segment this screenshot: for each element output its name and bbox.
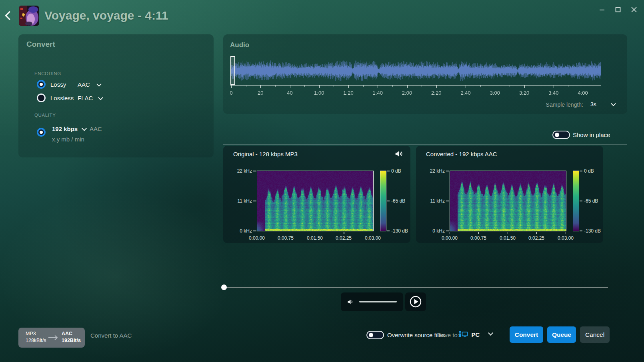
timeline-tick-label: 3:00 xyxy=(490,90,500,96)
badge-from-bitrate: 128kBit/s xyxy=(26,338,46,343)
chevron-down-icon xyxy=(96,82,102,87)
db-tick-label: 0 dB xyxy=(584,168,606,174)
speaker-icon[interactable] xyxy=(346,298,355,308)
original-spectrogram-plot xyxy=(257,171,374,231)
maximize-icon xyxy=(615,7,621,14)
lossless-codec-dropdown[interactable]: FLAC xyxy=(78,95,102,101)
freq-tick-label: 11 kHz xyxy=(232,198,252,204)
maximize-button[interactable] xyxy=(612,5,624,16)
timeline-tick-label: 2:20 xyxy=(431,90,441,96)
chevron-down-icon xyxy=(488,330,493,336)
time-tick-label: 0:00.75 xyxy=(466,235,491,241)
timeline-major-ticks xyxy=(231,85,584,88)
converted-spectrogram-plot xyxy=(450,171,566,231)
time-tick-label: 0:03.00 xyxy=(553,235,578,241)
time-tick-label: 0:01.50 xyxy=(302,235,328,241)
time-tick-label: 0:00.00 xyxy=(244,235,270,241)
time-tick-label: 0:00.75 xyxy=(273,235,298,241)
quality-radio[interactable] xyxy=(37,128,46,137)
bitrate-dropdown[interactable]: 192 kbps xyxy=(52,125,86,132)
badge-to-format: AAC xyxy=(62,331,72,336)
db-tick-label: -130 dB xyxy=(584,228,606,234)
minimize-button[interactable] xyxy=(596,5,608,16)
timeline-tick-label: 3:40 xyxy=(548,90,558,96)
back-button[interactable] xyxy=(2,10,14,22)
quality-section-label: QUALITY xyxy=(34,113,56,117)
play-button[interactable] xyxy=(405,292,426,311)
sample-length-dropdown[interactable]: 3s xyxy=(590,101,615,107)
encoding-section-label: ENCODING xyxy=(34,71,61,76)
converted-title: Converted - 192 kbps AAC xyxy=(426,151,497,157)
conversion-badge: MP3 128kBit/s AAC 192Bit/s xyxy=(18,328,85,348)
timeline-tick-label: 3:20 xyxy=(519,90,529,96)
waveform[interactable] xyxy=(230,57,601,85)
time-tick-label: 0:02.25 xyxy=(524,235,549,241)
chevron-down-icon xyxy=(82,126,87,131)
timeline-tick-label: 4:00 xyxy=(578,90,588,96)
page-title: Voyage, voyage - 4:11 xyxy=(44,9,168,22)
timeline-tick-label: 2:00 xyxy=(402,90,412,96)
time-tick-label: 0:03.00 xyxy=(360,235,386,241)
close-button[interactable] xyxy=(628,5,640,16)
timeline-labels: 020401:001:201:402:002:202:403:003:203:4… xyxy=(231,90,591,96)
timeline-tick-label: 20 xyxy=(258,90,263,96)
db-tick-label: -65 dB xyxy=(391,198,413,204)
badge-from-format: MP3 xyxy=(26,331,36,336)
pc-icon xyxy=(458,330,470,337)
overwrite-label: Overwrite source files xyxy=(387,332,445,338)
sample-selection-handle[interactable] xyxy=(230,56,235,85)
db-colorbar xyxy=(573,171,579,231)
volume-control xyxy=(341,292,403,311)
quality-size-estimate: x.y mb / min xyxy=(52,136,84,143)
freq-tick-label: 22 kHz xyxy=(232,168,252,174)
seek-bar[interactable] xyxy=(224,287,608,288)
save-to-label: Save to: xyxy=(437,332,459,338)
time-tick-label: 0:02.25 xyxy=(331,235,356,241)
app-window: Voyage, voyage - 4:11 Convert ENCODING L… xyxy=(0,0,644,362)
chevron-down-icon xyxy=(98,95,103,100)
speaker-icon[interactable] xyxy=(394,149,403,160)
freq-tick-label: 0 kHz xyxy=(232,228,252,234)
cancel-button[interactable]: Cancel xyxy=(580,326,610,343)
freq-tick-label: 11 kHz xyxy=(425,198,445,204)
lossy-codec-dropdown[interactable]: AAC xyxy=(78,81,101,88)
save-target-value: PC xyxy=(471,331,480,338)
freq-tick-label: 22 kHz xyxy=(425,168,445,174)
convert-panel: Convert ENCODING Lossy AAC Lossless FLAC… xyxy=(18,34,214,157)
seek-handle[interactable] xyxy=(221,284,227,290)
audio-panel-title: Audio xyxy=(230,41,249,49)
original-spectrogram-panel: Original - 128 kbps MP3 22 kHz 11 kHz 0 … xyxy=(223,146,410,243)
db-tick-label: -65 dB xyxy=(584,198,606,204)
save-target-dropdown[interactable]: PC xyxy=(458,330,492,339)
timeline-tick-label: 1:20 xyxy=(343,90,353,96)
show-in-place-toggle[interactable] xyxy=(552,131,570,139)
lossy-label: Lossy xyxy=(50,81,66,88)
lossless-radio[interactable] xyxy=(37,93,46,102)
timeline-tick-label: 1:40 xyxy=(373,90,383,96)
db-tick-label: -130 dB xyxy=(391,228,413,234)
db-colorbar xyxy=(380,171,386,231)
conversion-action-label: Convert to AAC xyxy=(90,332,132,339)
freq-tick-label: 0 kHz xyxy=(425,228,445,234)
overwrite-toggle[interactable] xyxy=(366,331,384,339)
chevron-down-icon xyxy=(611,101,616,106)
lossless-label: Lossless xyxy=(50,95,74,101)
time-tick-label: 0:00.00 xyxy=(437,235,462,241)
convert-button[interactable]: Convert xyxy=(510,326,543,343)
chevron-left-icon xyxy=(2,16,14,23)
timeline-tick-label: 2:40 xyxy=(460,90,470,96)
queue-button[interactable]: Queue xyxy=(547,326,576,343)
quality-codec-label: AAC xyxy=(90,125,102,132)
lossy-radio[interactable] xyxy=(37,80,46,89)
minimize-icon xyxy=(599,7,605,14)
db-tick-label: 0 dB xyxy=(391,168,413,174)
timeline-tick-label: 1:00 xyxy=(314,90,324,96)
time-tick-label: 0:01.50 xyxy=(495,235,520,241)
sample-length-label: Sample length: xyxy=(503,101,583,108)
convert-panel-title: Convert xyxy=(26,40,55,49)
arrow-right-icon xyxy=(47,334,59,343)
audio-panel: Audio 020401:001:201:402:002:202:403:003… xyxy=(223,34,627,114)
timeline-tick-label: 0 xyxy=(230,90,232,96)
volume-slider[interactable] xyxy=(359,301,397,302)
badge-to-bitrate: 192Bit/s xyxy=(62,338,81,343)
